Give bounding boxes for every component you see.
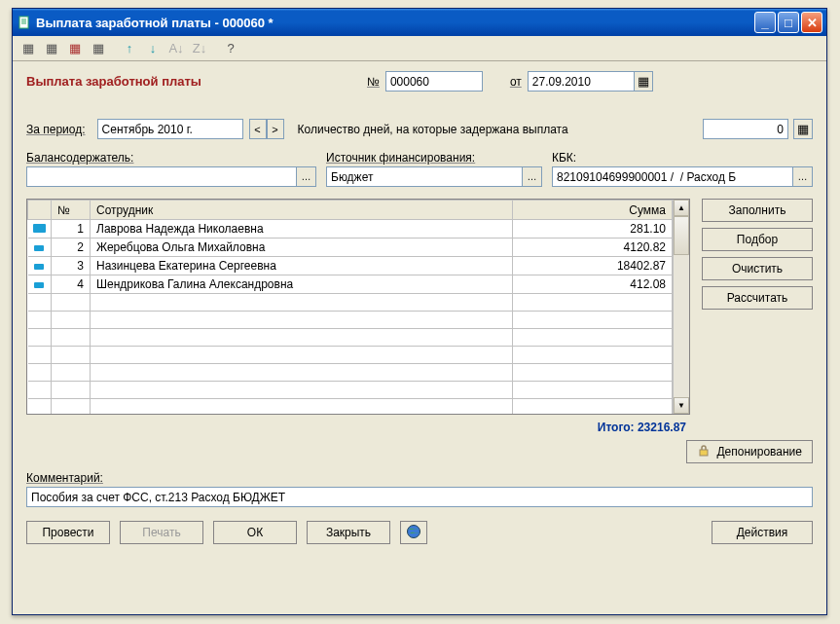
deposit-button-label: Депонирование	[716, 445, 802, 459]
row-sum: 4120.82	[513, 239, 673, 257]
toolbar-gridx-icon[interactable]: ▦	[65, 39, 85, 58]
row-number	[52, 329, 91, 347]
row-marker	[28, 329, 52, 347]
close-form-button[interactable]: Закрыть	[307, 521, 390, 544]
balance-holder-label: Балансодержатель:	[26, 151, 316, 165]
period-next-button[interactable]: >	[267, 119, 284, 139]
row-marker	[28, 275, 52, 294]
scroll-down-button[interactable]: ▼	[674, 397, 689, 414]
toolbar-grid2-icon[interactable]: ▦	[42, 39, 61, 58]
date-label: от	[510, 75, 522, 89]
table-row[interactable]: 1Лаврова Надежда Николаевна281.10	[28, 220, 673, 239]
post-button[interactable]: Провести	[26, 521, 110, 544]
comment-label: Комментарий:	[26, 471, 813, 485]
kbk-input[interactable]	[552, 166, 793, 187]
actions-button[interactable]: Действия	[712, 521, 813, 544]
row-number	[52, 294, 91, 312]
date-picker-button[interactable]: ▦	[634, 71, 653, 92]
table-scrollbar[interactable]: ▲ ▼	[673, 200, 689, 414]
period-label: За период:	[26, 123, 86, 136]
table-side-buttons: Заполнить Подбор Очистить Рассчитать	[702, 199, 813, 415]
toolbar-down-icon[interactable]: ↓	[143, 39, 163, 58]
column-marker[interactable]	[28, 201, 52, 220]
funding-source-label: Источник финансирования:	[326, 151, 542, 165]
totals-row: Итого: 23216.87	[26, 421, 686, 434]
row-number: 4	[52, 275, 91, 294]
row-employee	[91, 382, 513, 399]
row-marker	[28, 239, 52, 257]
minimize-button[interactable]: _	[754, 12, 776, 33]
kbk-label: КБК:	[552, 151, 813, 165]
titlebar[interactable]: Выплата заработной платы - 000060 * _ □ …	[13, 9, 826, 36]
toolbar-grid3-icon[interactable]: ▦	[89, 39, 108, 58]
row-employee	[91, 364, 513, 382]
period-prev-button[interactable]: <	[249, 119, 267, 139]
toolbar-sort-asc-icon[interactable]: A↓	[166, 39, 186, 58]
comment-input[interactable]	[26, 487, 813, 507]
row-number	[52, 347, 91, 364]
row-marker	[28, 347, 52, 364]
row-sum	[513, 399, 673, 415]
close-button[interactable]: ✕	[801, 12, 822, 33]
row-marker	[28, 399, 52, 415]
row-sum	[513, 364, 673, 382]
table-row[interactable]: 4Шендрикова Галина Александровна412.08	[28, 275, 673, 294]
globe-button[interactable]	[400, 521, 427, 544]
document-title: Выплата заработной платы	[26, 74, 367, 89]
toolbar-up-icon[interactable]: ↑	[120, 39, 139, 58]
table-row[interactable]: 3Назинцева Екатерина Сергеевна18402.87	[28, 257, 673, 275]
totals-value: 23216.87	[638, 421, 686, 434]
number-label: №	[367, 75, 380, 89]
column-number[interactable]: №	[52, 201, 91, 220]
date-input[interactable]	[528, 71, 635, 92]
days-calc-button[interactable]: ▦	[793, 119, 813, 139]
employees-table-container: № Сотрудник Сумма 1Лаврова Надежда Никол…	[26, 199, 690, 415]
clear-button[interactable]: Очистить	[702, 257, 813, 280]
number-input[interactable]	[385, 71, 483, 92]
deposit-button[interactable]: Депонирование	[686, 440, 813, 463]
app-window: Выплата заработной платы - 000060 * _ □ …	[12, 8, 827, 615]
select-button[interactable]: Подбор	[702, 228, 813, 251]
table-row[interactable]	[28, 399, 673, 415]
balance-holder-input[interactable]	[26, 166, 297, 187]
table-row[interactable]	[28, 294, 673, 312]
row-marker	[28, 364, 52, 382]
table-row[interactable]	[28, 347, 673, 364]
table-row[interactable]	[28, 329, 673, 347]
employees-table[interactable]: № Сотрудник Сумма 1Лаврова Надежда Никол…	[27, 200, 673, 414]
row-number: 3	[52, 257, 91, 275]
globe-icon	[406, 524, 421, 542]
toolbar-sort-desc-icon[interactable]: Z↓	[190, 39, 209, 58]
column-sum[interactable]: Сумма	[513, 201, 673, 220]
row-sum	[513, 294, 673, 312]
row-employee	[91, 399, 513, 415]
toolbar-grid1-icon[interactable]: ▦	[18, 39, 38, 58]
scroll-up-button[interactable]: ▲	[674, 200, 689, 216]
print-button[interactable]: Печать	[120, 521, 203, 544]
scroll-track[interactable]	[674, 255, 689, 397]
funding-source-select-button[interactable]: …	[523, 166, 542, 187]
kbk-select-button[interactable]: …	[793, 166, 813, 187]
funding-source-input[interactable]	[326, 166, 523, 187]
table-row[interactable]: 2Жеребцова Ольга Михайловна4120.82	[28, 239, 673, 257]
toolbar: ▦ ▦ ▦ ▦ ↑ ↓ A↓ Z↓ ?	[13, 36, 826, 61]
scroll-thumb[interactable]	[674, 216, 689, 255]
table-row[interactable]	[28, 364, 673, 382]
row-sum	[513, 347, 673, 364]
days-delayed-input[interactable]	[703, 119, 788, 139]
toolbar-help-icon[interactable]: ?	[221, 39, 240, 58]
column-employee[interactable]: Сотрудник	[91, 201, 513, 220]
period-input[interactable]	[97, 119, 243, 139]
balance-holder-select-button[interactable]: …	[297, 166, 316, 187]
row-marker	[28, 382, 52, 399]
fill-button[interactable]: Заполнить	[702, 199, 813, 222]
table-row[interactable]	[28, 382, 673, 399]
row-sum: 281.10	[513, 220, 673, 239]
calculate-button[interactable]: Рассчитать	[702, 286, 813, 310]
ok-button[interactable]: ОК	[213, 521, 297, 544]
maximize-button[interactable]: □	[778, 12, 799, 33]
row-sum: 18402.87	[513, 257, 673, 275]
row-number	[52, 312, 91, 329]
table-row[interactable]	[28, 312, 673, 329]
window-title: Выплата заработной платы - 000060 *	[36, 16, 754, 30]
